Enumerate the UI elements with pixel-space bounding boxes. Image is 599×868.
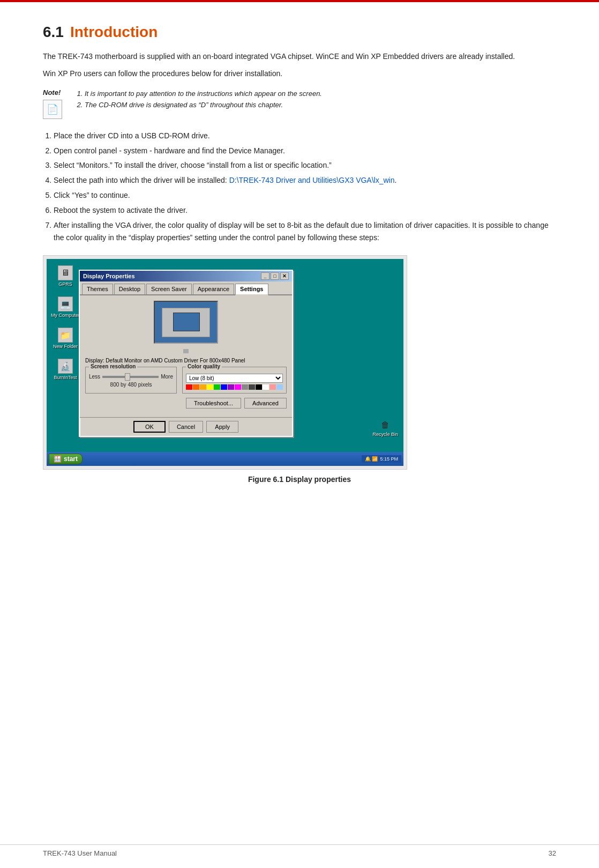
step-6: Reboot the system to activate the driver…: [54, 204, 556, 217]
footer-bar: TREK-743 User Manual 32: [0, 844, 599, 857]
tab-screensaver[interactable]: Screen Saver: [146, 284, 192, 294]
color-swatch: [269, 384, 276, 390]
taskbar-tray: 🔔 📶 5:15 PM: [362, 455, 401, 463]
color-swatch: [193, 384, 199, 390]
intro-para-2: Win XP Pro users can follow the procedur…: [43, 68, 556, 79]
recycle-bin-label: Recycle Bin: [372, 432, 398, 437]
note-item-1: It is important to pay attention to the …: [85, 88, 322, 100]
note-box: Note! 📄 It is important to pay attention…: [43, 88, 556, 119]
icon-label-gprs: GPRS: [58, 281, 72, 287]
color-swatch: [256, 384, 262, 390]
display-label: Display:: [85, 358, 104, 363]
monitor-preview: [154, 301, 218, 344]
note-content: It is important to pay attention to the …: [75, 88, 322, 119]
color-swatch: [221, 384, 227, 390]
section-heading: 6.1 Introduction: [43, 24, 556, 41]
tab-themes[interactable]: Themes: [82, 284, 113, 294]
cancel-button[interactable]: Cancel: [169, 421, 203, 433]
color-swatch: [249, 384, 255, 390]
color-quality-legend: Color quality: [186, 363, 222, 369]
dialog-title: Display Properties: [83, 273, 135, 279]
note-icon: 📄: [43, 100, 62, 119]
color-swatch: [214, 384, 220, 390]
pixels-label: 800 by 480 pixels: [89, 382, 173, 388]
tab-appearance[interactable]: Appearance: [193, 284, 234, 294]
top-red-bar: [0, 0, 599, 2]
taskbar: 🪟 start 🔔 📶 5:15 PM: [47, 452, 403, 466]
display-value: Default Monitor on AMD Custom Driver For…: [106, 358, 245, 363]
desktop-icon-mycomputer: 💻 My Computer: [51, 296, 80, 318]
section-number: 6.1: [43, 24, 64, 41]
color-swatch: [276, 384, 283, 390]
tray-time: 5:15 PM: [380, 456, 398, 462]
desktop-area: 🖥 GPRS 💻 My Computer 📁 New Folder 🔬 Burn…: [47, 259, 403, 452]
color-swatch: [235, 384, 241, 390]
dialog-tabs: Themes Desktop Screen Saver Appearance S…: [80, 281, 292, 295]
advanced-button[interactable]: Advanced: [244, 398, 287, 409]
start-button[interactable]: 🪟 start: [49, 454, 83, 464]
figure-container: 🖥 GPRS 💻 My Computer 📁 New Folder 🔬 Burn…: [43, 255, 407, 470]
close-button[interactable]: ✕: [280, 272, 289, 280]
icon-label-mycomputer: My Computer: [51, 313, 80, 318]
troubleshoot-button[interactable]: Troubleshoot...: [186, 398, 241, 409]
color-swatch: [263, 384, 269, 390]
section-title: Introduction: [70, 24, 158, 41]
desktop-icon-newfolder: 📁 New Folder: [51, 328, 80, 349]
figure-caption: Figure 6.1 Display properties: [43, 475, 556, 484]
apply-button[interactable]: Apply: [206, 421, 238, 433]
tab-desktop[interactable]: Desktop: [114, 284, 145, 294]
color-quality-group: Color quality Low (8 bit): [182, 367, 287, 394]
color-swatches: [186, 384, 283, 390]
start-icon: 🪟: [54, 455, 62, 463]
dialog-title-buttons: _ □ ✕: [261, 272, 289, 280]
step-2: Open control panel - system - hardware a…: [54, 145, 556, 158]
step-5: Click “Yes” to continue.: [54, 189, 556, 202]
settings-row: Screen resolution Less More 800 by 480 p…: [85, 367, 287, 394]
dialog-body: Display: Default Monitor on AMD Custom D…: [80, 295, 292, 417]
desktop-icon-burnintest: 🔬 BurnInTest: [51, 359, 80, 380]
display-properties-dialog: Display Properties _ □ ✕ Themes Desktop …: [79, 270, 293, 437]
steps-list: Place the driver CD into a USB CD-ROM dr…: [54, 130, 556, 244]
color-swatch: [228, 384, 234, 390]
less-label: Less: [89, 374, 100, 380]
tray-icons: 🔔 📶: [365, 456, 378, 462]
recycle-bin-image: 🗑: [379, 419, 392, 432]
step-4: Select the path into which the driver wi…: [54, 174, 556, 187]
screen-resolution-group: Screen resolution Less More 800 by 480 p…: [85, 367, 177, 394]
color-quality-select[interactable]: Low (8 bit): [186, 374, 283, 383]
troubleshoot-advanced-row: Troubleshoot... Advanced: [85, 398, 287, 409]
icon-label-burnintest: BurnInTest: [54, 375, 77, 380]
footer-left: TREK-743 User Manual: [43, 849, 117, 857]
display-info: Display: Default Monitor on AMD Custom D…: [85, 358, 287, 363]
start-label: start: [64, 455, 78, 463]
driver-path-link[interactable]: D:\TREK-743 Driver and Utilities\GX3 VGA…: [229, 176, 395, 184]
recycle-bin-icon: 🗑 Recycle Bin: [372, 419, 398, 437]
footer-right: 32: [549, 849, 556, 857]
step-3: Select “Monitors.” To install the driver…: [54, 159, 556, 172]
dialog-titlebar: Display Properties _ □ ✕: [80, 271, 292, 281]
step-7: After installing the VGA driver, the col…: [54, 219, 556, 245]
intro-para-1: The TREK-743 motherboard is supplied wit…: [43, 50, 556, 62]
note-item-2: The CD-ROM drive is designated as “D” th…: [85, 100, 322, 111]
maximize-button[interactable]: □: [271, 272, 279, 280]
desktop-icon-gprs: 🖥 GPRS: [51, 265, 80, 287]
dialog-buttons-row: OK Cancel Apply: [80, 417, 292, 436]
tab-settings[interactable]: Settings: [235, 284, 268, 295]
minimize-button[interactable]: _: [261, 272, 269, 280]
color-swatch: [200, 384, 206, 390]
screen-resolution-legend: Screen resolution: [89, 363, 137, 369]
resolution-slider-track: [102, 376, 159, 378]
resolution-slider-row: Less More: [89, 374, 173, 380]
more-label: More: [161, 374, 173, 380]
color-swatch: [186, 384, 192, 390]
resolution-slider-thumb[interactable]: [125, 373, 130, 381]
ok-button[interactable]: OK: [133, 421, 166, 433]
note-label: Note!: [43, 88, 69, 97]
color-swatch: [207, 384, 213, 390]
icon-label-newfolder: New Folder: [53, 344, 78, 349]
step-1: Place the driver CD into a USB CD-ROM dr…: [54, 130, 556, 143]
win-screenshot: 🖥 GPRS 💻 My Computer 📁 New Folder 🔬 Burn…: [47, 259, 403, 466]
color-swatch: [242, 384, 248, 390]
